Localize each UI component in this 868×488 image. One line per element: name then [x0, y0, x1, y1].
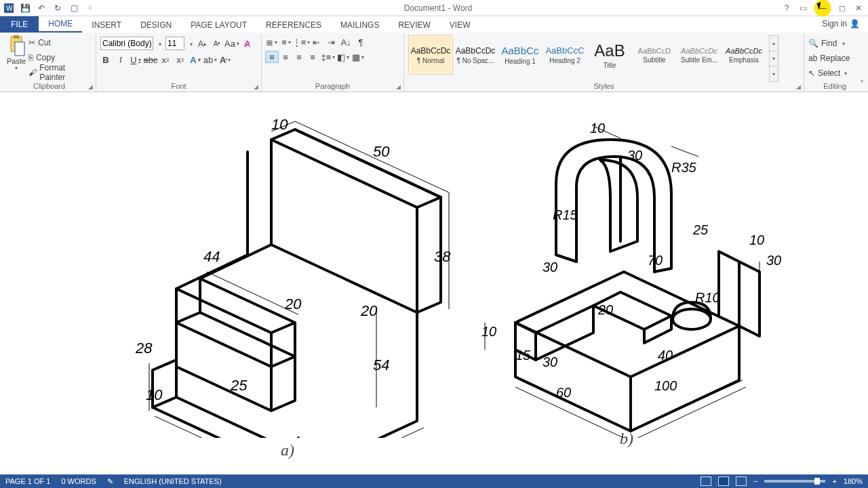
style-heading-1[interactable]: AaBbCcHeading 1 [498, 35, 542, 75]
new-doc-icon[interactable]: ▢ [69, 3, 79, 13]
shrink-font-icon[interactable]: A▾ [212, 38, 222, 49]
read-mode-icon[interactable] [701, 476, 711, 486]
close-button[interactable]: ✕ [853, 3, 864, 14]
tab-mailings[interactable]: MAILINGS [331, 18, 389, 33]
minimize-button[interactable]: — [814, 0, 831, 17]
cut-button[interactable]: ✂Cut [28, 37, 92, 49]
style-subtle-em-[interactable]: AaBbCcDcSubtle Em... [677, 35, 722, 75]
svg-text:100: 100 [654, 378, 677, 393]
sign-in-link[interactable]: Sign in 👤 [822, 19, 860, 28]
align-left-icon[interactable]: ≡ [266, 52, 278, 62]
qat-more-icon[interactable]: ≡ [85, 3, 95, 13]
indent-icon[interactable]: ⇥ [326, 37, 336, 47]
svg-text:44: 44 [203, 248, 220, 265]
superscript-button[interactable]: x2 [175, 54, 186, 65]
svg-text:60: 60 [556, 385, 571, 400]
font-launcher-icon[interactable]: ◢ [254, 83, 258, 90]
line-spacing-icon[interactable]: ‡≡ [323, 52, 334, 62]
strike-button[interactable]: abc [145, 54, 156, 65]
outdent-icon[interactable]: ⇤ [311, 37, 321, 47]
styles-launcher-icon[interactable]: ◢ [796, 83, 801, 90]
tab-page-layout[interactable]: PAGE LAYOUT [181, 18, 256, 33]
style-emphasis[interactable]: AaBbCcDcEmphasis [722, 35, 766, 75]
word-count[interactable]: 0 WORDS [61, 477, 96, 485]
zoom-out-button[interactable]: − [753, 477, 757, 485]
font-color-icon[interactable]: A [220, 54, 231, 65]
svg-point-15 [673, 309, 711, 329]
help-icon[interactable]: ? [781, 3, 792, 14]
copy-icon: ⎘ [28, 53, 33, 62]
tab-view[interactable]: VIEW [440, 18, 480, 33]
svg-text:10: 10 [146, 386, 163, 403]
zoom-in-button[interactable]: + [832, 477, 836, 485]
ribbon-options-icon[interactable]: ▭ [797, 3, 808, 14]
maximize-button[interactable]: ◻ [837, 3, 848, 14]
font-name-combo[interactable] [100, 37, 153, 50]
replace-button[interactable]: abReplace [808, 52, 850, 65]
font-name-dropdown-icon[interactable] [157, 39, 161, 48]
highlight-icon[interactable]: ab [205, 54, 216, 65]
tab-design[interactable]: DESIGN [131, 18, 181, 33]
style--no-spac-[interactable]: AaBbCcDc¶ No Spac... [453, 35, 498, 75]
shading-icon[interactable]: ◧ [338, 52, 349, 62]
change-case-icon[interactable]: Aa [226, 38, 237, 49]
document-area[interactable]: 10 50 38 44 20 20 54 28 25 10 a) [0, 92, 868, 474]
svg-text:W: W [6, 5, 13, 12]
paste-icon [7, 35, 26, 57]
format-painter-button[interactable]: 🖌Format Painter [28, 66, 92, 79]
redo-icon[interactable]: ↻ [53, 3, 62, 13]
svg-text:10: 10 [590, 121, 605, 136]
align-center-icon[interactable]: ≡ [279, 52, 292, 62]
paragraph-launcher-icon[interactable]: ◢ [396, 83, 401, 90]
styles-scroll[interactable]: ▴▾▾ [769, 35, 778, 82]
tab-file[interactable]: FILE [0, 16, 39, 33]
numbering-icon[interactable]: ≡ [281, 37, 292, 47]
clipboard-launcher-icon[interactable]: ◢ [88, 83, 93, 90]
style-title[interactable]: AaBTitle [587, 35, 632, 75]
justify-icon[interactable]: ≡ [307, 52, 319, 62]
language-indicator[interactable]: ENGLISH (UNITED STATES) [124, 477, 222, 485]
paste-button[interactable]: Paste ▾ [7, 35, 26, 71]
web-layout-icon[interactable] [736, 476, 747, 486]
italic-button[interactable]: I [115, 54, 126, 65]
style--normal[interactable]: AaBbCcDc¶ Normal [408, 35, 453, 75]
proofing-icon[interactable]: ✎ [107, 477, 113, 486]
bullets-icon[interactable]: ≣ [266, 37, 277, 47]
collapse-ribbon-icon[interactable]: ˄ [860, 79, 864, 89]
subscript-button[interactable]: x2 [160, 54, 171, 65]
style-heading-2[interactable]: AaBbCcCHeading 2 [542, 35, 587, 75]
style-subtitle[interactable]: AaBbCcDSubtitle [632, 35, 677, 75]
tab-insert[interactable]: INSERT [82, 18, 131, 33]
svg-text:25: 25 [692, 222, 709, 237]
borders-icon[interactable]: ▦ [353, 52, 363, 62]
undo-icon[interactable]: ↶ [37, 3, 46, 13]
zoom-slider[interactable] [764, 480, 825, 483]
select-button[interactable]: ↖Select▾ [808, 66, 847, 80]
multilevel-icon[interactable]: ⋮≡ [296, 37, 307, 47]
group-editing: 🔍Find▾ abReplace ↖Select▾ Editing [804, 34, 865, 92]
tab-review[interactable]: REVIEW [389, 18, 439, 33]
align-right-icon[interactable]: ≡ [293, 52, 305, 62]
drawing-a-label: a) [281, 441, 294, 460]
underline-button[interactable]: U [130, 54, 141, 65]
styles-gallery[interactable]: AaBbCcDc¶ NormalAaBbCcDc¶ No Spac...AaBb… [408, 35, 766, 82]
save-icon[interactable]: 💾 [20, 3, 30, 13]
copy-button[interactable]: ⎘Copy [28, 52, 92, 64]
cut-icon: ✂ [28, 38, 35, 47]
font-size-combo[interactable] [165, 37, 184, 50]
print-layout-icon[interactable] [718, 476, 729, 486]
font-size-dropdown-icon[interactable] [189, 39, 193, 48]
tab-references[interactable]: REFERENCES [256, 18, 331, 33]
sort-icon[interactable]: A↓ [340, 37, 351, 47]
bold-button[interactable]: B [100, 54, 111, 65]
page-indicator[interactable]: PAGE 1 OF 1 [5, 477, 50, 485]
zoom-level[interactable]: 180% [844, 477, 863, 485]
window-controls: ? ▭ — ◻ ✕ [781, 0, 868, 17]
showmarks-icon[interactable]: ¶ [355, 37, 366, 47]
tab-home[interactable]: HOME [39, 16, 82, 33]
text-effects-icon[interactable]: A [190, 54, 201, 65]
find-button[interactable]: 🔍Find▾ [808, 37, 845, 50]
clear-format-icon[interactable]: A̷ [241, 38, 252, 49]
svg-rect-4 [15, 42, 24, 56]
grow-font-icon[interactable]: A▴ [197, 38, 208, 49]
